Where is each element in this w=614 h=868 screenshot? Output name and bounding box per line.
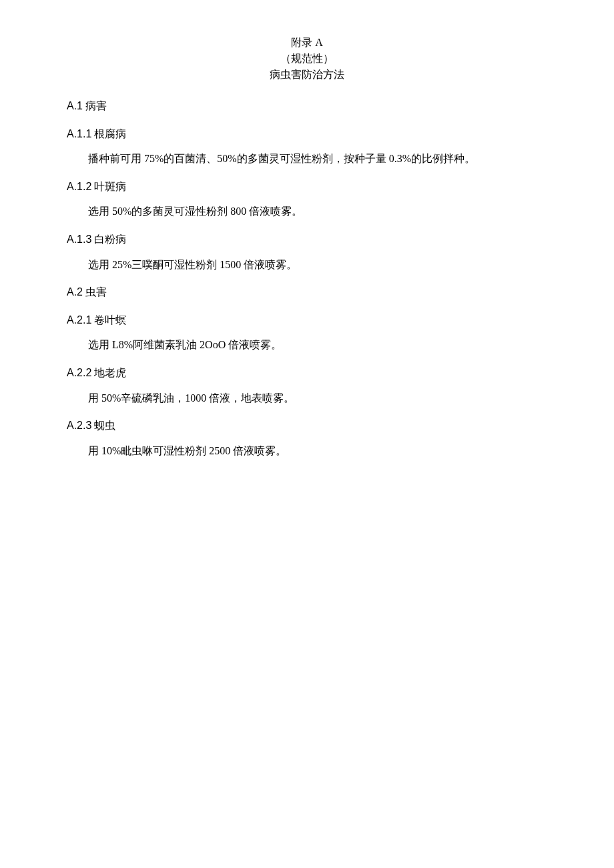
- heading-a21-num: A.2.1: [67, 314, 91, 326]
- heading-a2-title: 虫害: [83, 286, 107, 298]
- heading-a11-title: 根腐病: [91, 128, 126, 139]
- heading-a22: A.2.2 地老虎: [67, 364, 547, 382]
- heading-a12-title: 叶斑病: [91, 181, 126, 192]
- body-a13: 选用 25%三噗酮可湿性粉剂 1500 倍液喷雾。: [67, 256, 547, 274]
- appendix-title-line3: 病虫害防治方法: [67, 67, 547, 83]
- appendix-title-line2: （规范性）: [67, 51, 547, 67]
- heading-a2-num: A.2: [67, 286, 83, 298]
- heading-a13-title: 白粉病: [91, 234, 126, 245]
- heading-a23-num: A.2.3: [67, 420, 91, 431]
- heading-a22-num: A.2.2: [67, 367, 91, 378]
- heading-a22-title: 地老虎: [91, 367, 126, 378]
- body-a11: 播种前可用 75%的百菌清、50%的多菌灵可湿性粉剂，按种子量 0.3%的比例拌…: [67, 150, 547, 167]
- appendix-title-block: 附录 A （规范性） 病虫害防治方法: [67, 35, 547, 83]
- appendix-title-line1: 附录 A: [67, 35, 547, 51]
- heading-a1-title: 病害: [83, 100, 107, 111]
- body-a21: 选用 L8%阿维菌素乳油 2OoO 倍液喷雾。: [67, 336, 547, 354]
- heading-a23-title: 蚬虫: [91, 420, 115, 431]
- heading-a2: A.2 虫害: [67, 284, 547, 301]
- body-a22: 用 50%辛硫磷乳油，1000 倍液，地表喷雾。: [67, 390, 547, 407]
- heading-a23: A.2.3 蚬虫: [67, 417, 547, 434]
- heading-a13-num: A.1.3: [67, 234, 91, 245]
- heading-a11: A.1.1 根腐病: [67, 125, 547, 143]
- heading-a11-num: A.1.1: [67, 128, 91, 139]
- heading-a13: A.1.3 白粉病: [67, 231, 547, 248]
- heading-a12-num: A.1.2: [67, 181, 91, 192]
- heading-a1: A.1 病害: [67, 97, 547, 115]
- page-container: 附录 A （规范性） 病虫害防治方法 A.1 病害 A.1.1 根腐病 播种前可…: [0, 0, 614, 868]
- heading-a21-title: 卷叶螟: [91, 314, 126, 326]
- heading-a21: A.2.1 卷叶螟: [67, 312, 547, 329]
- body-a12: 选用 50%的多菌灵可湿性粉剂 800 倍液喷雾。: [67, 203, 547, 220]
- heading-a12: A.1.2 叶斑病: [67, 178, 547, 195]
- body-a23: 用 10%毗虫咻可湿性粉剂 2500 倍液喷雾。: [67, 442, 547, 460]
- heading-a1-num: A.1: [67, 100, 83, 111]
